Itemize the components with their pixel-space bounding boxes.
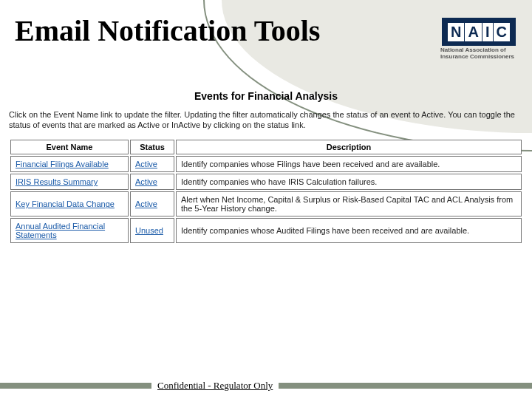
col-header-status: Status: [130, 140, 174, 154]
slide-footer: Confidential - Regulator Only: [0, 380, 532, 392]
footer-bar-right: [279, 383, 532, 389]
event-description: Identify companies whose Filings have be…: [176, 156, 522, 172]
event-name-link[interactable]: Financial Filings Available: [16, 160, 109, 168]
footer-text: Confidential - Regulator Only: [157, 380, 273, 392]
events-intro-text: Click on the Event Name link to update t…: [9, 109, 523, 132]
logo-letter-a: A: [465, 23, 481, 41]
naic-logo-letters: N A I C: [448, 23, 510, 41]
slide-content: Events for Financial Analysis Click on t…: [0, 61, 532, 245]
naic-logo-subtext: National Association of Insurance Commis…: [440, 47, 517, 61]
event-status-link[interactable]: Unused: [135, 226, 163, 235]
event-name-link[interactable]: Annual Audited Financial Statements: [16, 222, 105, 239]
logo-letter-n: N: [448, 23, 464, 41]
event-status-link[interactable]: Active: [135, 160, 157, 168]
event-description: Alert when Net Income, Capital & Surplus…: [176, 191, 522, 216]
col-header-description: Description: [176, 140, 522, 154]
footer-bar-left: [0, 383, 151, 389]
logo-sub-line1: National Association of: [440, 47, 506, 53]
slide-header: Email Notification Tools N A I C Nationa…: [0, 0, 532, 61]
logo-letter-c: C: [494, 23, 510, 41]
table-row: Financial Filings Available Active Ident…: [10, 156, 522, 172]
table-row: IRIS Results Summary Active Identify com…: [10, 174, 522, 190]
events-table: Event Name Status Description Financial …: [9, 138, 523, 245]
page-title: Email Notification Tools: [15, 15, 320, 47]
event-name-link[interactable]: Key Financial Data Change: [16, 200, 115, 208]
table-row: Annual Audited Financial Statements Unus…: [10, 218, 522, 243]
col-header-event-name: Event Name: [10, 140, 129, 154]
naic-logo: N A I C National Association of Insuranc…: [440, 18, 517, 61]
table-header-row: Event Name Status Description: [10, 140, 522, 154]
event-status-link[interactable]: Active: [135, 200, 157, 208]
event-description: Identify companies who have IRIS Calcula…: [176, 174, 522, 190]
table-row: Key Financial Data Change Active Alert w…: [10, 191, 522, 216]
naic-logo-box: N A I C: [442, 18, 516, 46]
events-heading: Events for Financial Analysis: [9, 90, 523, 102]
logo-sub-line2: Insurance Commissioners: [440, 53, 514, 60]
event-status-link[interactable]: Active: [135, 177, 157, 186]
event-description: Identify companies whose Audited Filings…: [176, 218, 522, 243]
event-name-link[interactable]: IRIS Results Summary: [16, 177, 98, 186]
logo-letter-i: I: [482, 23, 493, 41]
